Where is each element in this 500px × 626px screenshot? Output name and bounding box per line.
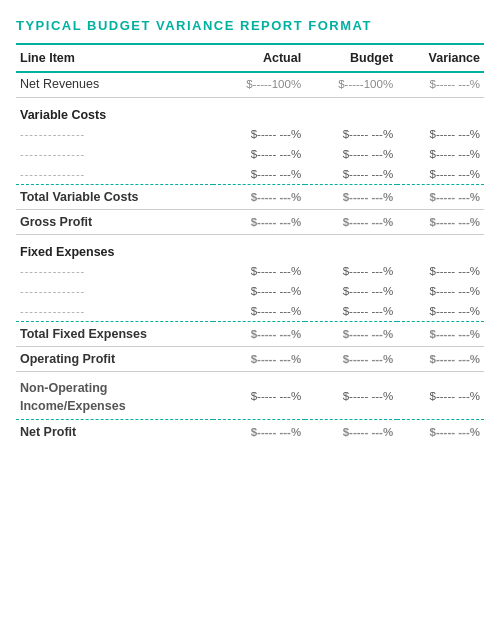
non-operating-label: Non-OperatingIncome/Expenses [16,372,213,420]
var-row3-variance: $----- ---% [397,164,484,185]
col-header-actual: Actual [213,44,305,72]
total-variable-label: Total Variable Costs [16,185,213,210]
table-row: -------------- $----- ---% $----- ---% $… [16,164,484,185]
fix-row3-variance: $----- ---% [397,301,484,322]
budget-variance-table: Line Item Actual Budget Variance Net Rev… [16,43,484,443]
net-profit-label: Net Profit [16,420,213,444]
col-header-variance: Variance [397,44,484,72]
table-row-non-operating: Non-OperatingIncome/Expenses $----- ---%… [16,372,484,420]
total-variable-actual: $----- ---% [213,185,305,210]
col-header-lineitem: Line Item [16,44,213,72]
fix-row1-budget: $----- ---% [305,261,397,281]
gross-profit-budget: $----- ---% [305,210,397,235]
operating-profit-label: Operating Profit [16,347,213,372]
table-row-operating-profit: Operating Profit $----- ---% $----- ---%… [16,347,484,372]
table-row-total-variable: Total Variable Costs $----- ---% $----- … [16,185,484,210]
var-row2-budget: $----- ---% [305,144,397,164]
var-row1-budget: $----- ---% [305,124,397,144]
total-variable-variance: $----- ---% [397,185,484,210]
fix-row2-budget: $----- ---% [305,281,397,301]
non-operating-actual: $----- ---% [213,372,305,420]
total-fixed-budget: $----- ---% [305,322,397,347]
section-header-variable: Variable Costs [16,98,484,125]
operating-profit-budget: $----- ---% [305,347,397,372]
var-row1-variance: $----- ---% [397,124,484,144]
net-revenue-budget: $-----100% [305,72,397,98]
fix-row3-label: -------------- [16,301,213,322]
var-row3-budget: $----- ---% [305,164,397,185]
fix-row3-actual: $----- ---% [213,301,305,322]
fix-row3-budget: $----- ---% [305,301,397,322]
fix-row2-variance: $----- ---% [397,281,484,301]
net-revenue-label: Net Revenues [16,72,213,98]
table-row: -------------- $----- ---% $----- ---% $… [16,144,484,164]
total-fixed-actual: $----- ---% [213,322,305,347]
fix-row1-actual: $----- ---% [213,261,305,281]
table-row: -------------- $----- ---% $----- ---% $… [16,124,484,144]
fix-row1-label: -------------- [16,261,213,281]
gross-profit-variance: $----- ---% [397,210,484,235]
table-row-gross-profit: Gross Profit $----- ---% $----- ---% $--… [16,210,484,235]
var-row3-actual: $----- ---% [213,164,305,185]
net-profit-budget: $----- ---% [305,420,397,444]
var-row3-label: -------------- [16,164,213,185]
fix-row2-actual: $----- ---% [213,281,305,301]
net-profit-actual: $----- ---% [213,420,305,444]
variable-costs-header: Variable Costs [16,98,484,125]
gross-profit-actual: $----- ---% [213,210,305,235]
table-row: -------------- $----- ---% $----- ---% $… [16,261,484,281]
var-row2-variance: $----- ---% [397,144,484,164]
net-revenue-variance: $----- ---% [397,72,484,98]
table-row-total-fixed: Total Fixed Expenses $----- ---% $----- … [16,322,484,347]
non-operating-budget: $----- ---% [305,372,397,420]
table-row: -------------- $----- ---% $----- ---% $… [16,281,484,301]
net-profit-variance: $----- ---% [397,420,484,444]
fixed-expenses-header: Fixed Expenses [16,235,484,262]
gross-profit-label: Gross Profit [16,210,213,235]
var-row1-actual: $----- ---% [213,124,305,144]
table-row: Net Revenues $-----100% $-----100% $----… [16,72,484,98]
non-operating-variance: $----- ---% [397,372,484,420]
var-row2-label: -------------- [16,144,213,164]
operating-profit-variance: $----- ---% [397,347,484,372]
total-variable-budget: $----- ---% [305,185,397,210]
fix-row1-variance: $----- ---% [397,261,484,281]
report-title: Typical Budget Variance Report Format [16,18,484,33]
table-row-net-profit: Net Profit $----- ---% $----- ---% $----… [16,420,484,444]
total-fixed-variance: $----- ---% [397,322,484,347]
operating-profit-actual: $----- ---% [213,347,305,372]
net-revenue-actual: $-----100% [213,72,305,98]
var-row2-actual: $----- ---% [213,144,305,164]
table-row: -------------- $----- ---% $----- ---% $… [16,301,484,322]
col-header-budget: Budget [305,44,397,72]
var-row1-label: -------------- [16,124,213,144]
section-header-fixed: Fixed Expenses [16,235,484,262]
fix-row2-label: -------------- [16,281,213,301]
total-fixed-label: Total Fixed Expenses [16,322,213,347]
